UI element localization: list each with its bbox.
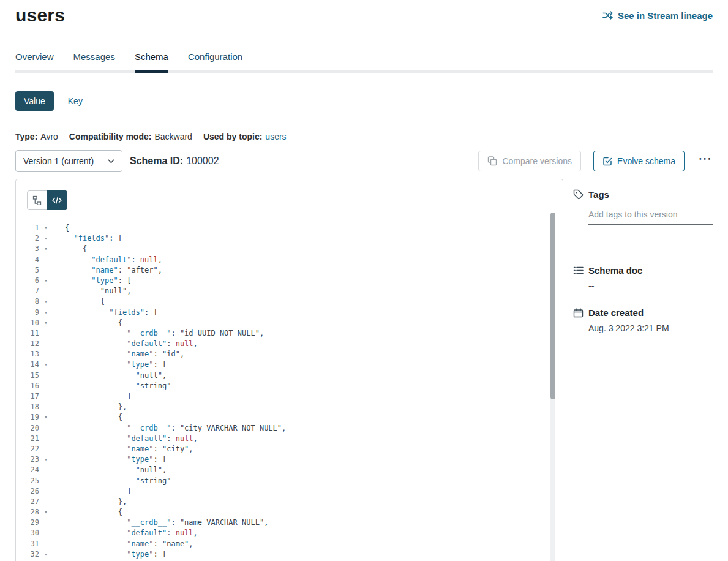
line-number: 13	[27, 349, 39, 360]
compare-versions-button[interactable]: Compare versions	[478, 151, 581, 171]
code-line: 14▾ "type": [	[27, 360, 563, 370]
line-number: 1	[27, 223, 39, 233]
line-number: 29	[27, 518, 39, 528]
code-text: "type": [	[53, 276, 131, 286]
line-number: 12	[27, 339, 39, 349]
collapse-arrow-icon[interactable]: ▾	[39, 244, 53, 254]
code-line: 6▾ "type": [	[27, 276, 563, 286]
line-number: 11	[27, 328, 39, 339]
schema-page: users See in Stream lineage Overview Mes…	[0, 0, 728, 561]
evolve-schema-label: Evolve schema	[617, 156, 675, 166]
tab-configuration[interactable]: Configuration	[188, 51, 242, 70]
collapse-arrow-icon[interactable]: ▾	[39, 549, 53, 560]
line-number: 32	[27, 549, 39, 560]
fold-gutter	[39, 381, 53, 391]
schema-sidebar: Tags Schema doc --	[573, 179, 713, 333]
version-bar-left: Version 1 (current) Schema ID: 100002	[15, 150, 219, 172]
line-number: 20	[27, 423, 39, 434]
schema-content: 1▾{2▾ "fields": [3▾ {4 "default": null,5…	[15, 179, 713, 561]
code-text: "type": [	[53, 549, 167, 560]
tab-messages[interactable]: Messages	[73, 51, 115, 70]
editor-scrollbar-thumb[interactable]	[550, 213, 555, 399]
code-text: "string"	[53, 476, 171, 486]
tab-overview[interactable]: Overview	[15, 51, 54, 70]
fold-gutter	[39, 349, 53, 360]
key-toggle-button[interactable]: Key	[62, 91, 89, 111]
fold-gutter	[39, 371, 53, 381]
collapse-arrow-icon[interactable]: ▾	[39, 318, 53, 328]
code-line: 23▾ "type": [	[27, 454, 563, 465]
line-number: 25	[27, 476, 39, 486]
collapse-arrow-icon[interactable]: ▾	[39, 296, 53, 307]
type-value: Avro	[40, 132, 58, 141]
collapse-arrow-icon[interactable]: ▾	[39, 507, 53, 518]
code-line: 19▾ {	[27, 412, 563, 423]
tree-view-button[interactable]	[27, 190, 47, 210]
compare-versions-label: Compare versions	[502, 156, 572, 166]
code-text: "fields": [	[53, 233, 122, 244]
collapse-arrow-icon[interactable]: ▾	[39, 307, 53, 318]
line-number: 23	[27, 454, 39, 465]
collapse-arrow-icon[interactable]: ▾	[39, 233, 53, 244]
version-select-value: Version 1 (current)	[23, 156, 94, 166]
evolve-schema-button[interactable]: Evolve schema	[593, 151, 685, 171]
more-options-button[interactable]: ⋯	[697, 152, 713, 170]
schema-doc-value: --	[588, 281, 713, 291]
schema-id-label: Schema ID:	[130, 156, 183, 167]
type-label: Type:	[15, 132, 37, 141]
line-number: 24	[27, 465, 39, 475]
date-created-title: Date created	[588, 307, 644, 318]
fold-gutter	[39, 486, 53, 497]
schema-meta-row: Type: Avro Compatibility mode: Backward …	[15, 132, 713, 141]
code-line: 4 "default": null,	[27, 255, 563, 265]
schema-doc-heading: Schema doc	[573, 265, 713, 276]
code-text: "type": [	[53, 360, 167, 370]
editor-view-toggle	[27, 190, 67, 210]
fold-gutter	[39, 465, 53, 475]
code-view-button[interactable]	[47, 190, 67, 210]
code-text: "name": "id",	[53, 349, 184, 360]
editor-scrollbar[interactable]	[550, 213, 555, 561]
schema-code-editor[interactable]: 1▾{2▾ "fields": [3▾ {4 "default": null,5…	[27, 223, 563, 560]
code-line: 11 "__crdb__": "id UUID NOT NULL",	[27, 328, 563, 339]
code-line: 5 "name": "after",	[27, 265, 563, 276]
tab-schema[interactable]: Schema	[135, 51, 168, 70]
code-text: "__crdb__": "city VARCHAR NOT NULL",	[53, 423, 286, 434]
code-text: "default": null,	[53, 339, 198, 349]
value-toggle-button[interactable]: Value	[15, 91, 54, 111]
code-line: 2▾ "fields": [	[27, 233, 563, 244]
fold-gutter	[39, 328, 53, 339]
code-text: "type": [	[53, 454, 167, 465]
code-text: {	[53, 412, 122, 423]
code-text: "null",	[53, 371, 167, 381]
compatibility-label: Compatibility mode:	[69, 132, 152, 141]
line-number: 28	[27, 507, 39, 518]
collapse-arrow-icon[interactable]: ▾	[39, 223, 53, 233]
collapse-arrow-icon[interactable]: ▾	[39, 360, 53, 370]
schema-id-meta: Schema ID: 100002	[130, 156, 219, 167]
collapse-arrow-icon[interactable]: ▾	[39, 412, 53, 423]
code-text: ]	[53, 486, 131, 497]
code-text: {	[53, 318, 122, 328]
code-text: "default": null,	[53, 528, 198, 538]
fold-gutter	[39, 518, 53, 528]
collapse-arrow-icon[interactable]: ▾	[39, 454, 53, 465]
code-line: 3▾ {	[27, 244, 563, 254]
code-line: 15 "null",	[27, 371, 563, 381]
tags-input[interactable]	[588, 208, 713, 225]
code-line: 28▾ {	[27, 507, 563, 518]
version-select[interactable]: Version 1 (current)	[15, 150, 122, 172]
line-number: 15	[27, 371, 39, 381]
code-line: 32▾ "type": [	[27, 549, 563, 560]
date-created-heading: Date created	[573, 307, 713, 318]
line-number: 19	[27, 412, 39, 423]
topic-link[interactable]: users	[265, 132, 286, 141]
collapse-arrow-icon[interactable]: ▾	[39, 276, 53, 286]
fold-gutter	[39, 402, 53, 412]
stream-lineage-icon	[602, 11, 613, 20]
schema-editor-panel: 1▾{2▾ "fields": [3▾ {4 "default": null,5…	[15, 179, 563, 561]
code-text: {	[53, 507, 122, 518]
fold-gutter	[39, 444, 53, 454]
stream-lineage-link[interactable]: See in Stream lineage	[602, 10, 713, 21]
code-lines: 1▾{2▾ "fields": [3▾ {4 "default": null,5…	[27, 223, 563, 560]
